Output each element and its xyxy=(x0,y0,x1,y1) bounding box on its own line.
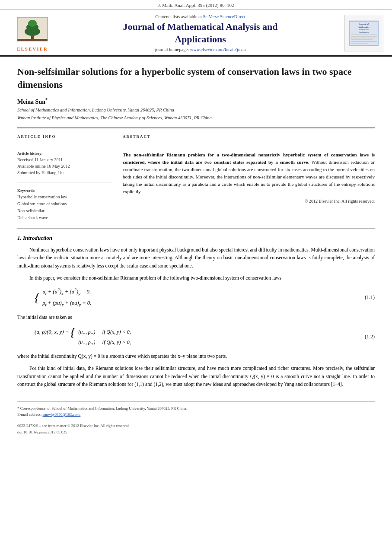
svg-rect-18 xyxy=(351,43,368,44)
eq2-number: (1.2) xyxy=(349,334,375,340)
svg-rect-16 xyxy=(351,39,373,40)
article-info-col: ARTICLE INFO Article history: Received 1… xyxy=(17,134,112,221)
affiliation-1: School of Mathematics and Information, L… xyxy=(17,107,375,114)
eq2-cases: (u−, ρ−) if Q(x, y) < 0, (u+, ρ+) if Q(x… xyxy=(78,328,131,348)
eq1-brace-icon: { xyxy=(35,291,39,304)
available-date: Available online 16 May 2012 xyxy=(17,163,112,169)
eq2-content: (u, ρ)(0, x, y) = { (u−, ρ−) if Q(x, y) … xyxy=(35,325,349,348)
equation-1-2: (u, ρ)(0, x, y) = { (u−, ρ−) if Q(x, y) … xyxy=(35,325,375,348)
abstract-divider xyxy=(123,145,375,145)
eq2-case2-cond: if Q(x, y) > 0, xyxy=(102,338,131,348)
section-divider xyxy=(17,228,375,229)
svg-rect-17 xyxy=(351,41,377,42)
journal-cover-icon: Journal of Mathematics Analysis and Appl… xyxy=(349,20,379,46)
svg-point-4 xyxy=(28,20,37,27)
info-divider-2 xyxy=(17,182,112,182)
journal-thumbnail: Journal of Mathematics Analysis and Appl… xyxy=(344,15,383,51)
footnote-email-label: E-mail address: xyxy=(17,412,41,417)
section1-heading: 1. Introduction xyxy=(17,235,375,242)
svg-rect-5 xyxy=(17,39,48,41)
homepage-link[interactable]: www.elsevier.com/locate/jmaa xyxy=(190,47,246,52)
abstract-col: ABSTRACT The non-selfsimilar Riemann pro… xyxy=(123,134,375,221)
eq1-number: (1.1) xyxy=(349,294,375,301)
intro-para5: For this kind of initial data, the Riema… xyxy=(17,364,375,388)
info-divider xyxy=(17,145,112,145)
footer-bottom: 0022-247X/$ – see front matter © 2012 El… xyxy=(17,423,375,435)
elsevier-tree-icon xyxy=(15,15,50,45)
history-label: Article history: xyxy=(17,151,112,156)
author-name: Meina Sun* xyxy=(17,97,375,105)
svg-text:Journal of: Journal of xyxy=(359,23,369,25)
journal-header: ELSEVIER Contents lists available at Sci… xyxy=(0,10,392,57)
footer-doi: doi:10.1016/j.jmaa.2012.05.025 xyxy=(17,429,375,435)
submitted-by: Submitted by Hailiang Liu xyxy=(17,169,112,176)
intro-para4: where the initial discontinuity Q(x, y) … xyxy=(17,352,375,360)
equation-1-1: { ut + (u2)x + (u2)y = 0, ρt + (ρu)x + (… xyxy=(35,286,375,309)
abstract-label: ABSTRACT xyxy=(123,134,375,139)
intro-para2: In this paper, we consider the non-selfs… xyxy=(17,274,375,282)
intro-para1: Nonlinear hyperbolic conservation laws h… xyxy=(17,246,375,270)
keywords-label: Keywords: xyxy=(17,188,112,193)
eq2-case1: (u−, ρ−) if Q(x, y) < 0, xyxy=(78,328,131,338)
svg-text:Analysis and: Analysis and xyxy=(359,29,369,31)
keyword-1: Hyperbolic conservation law xyxy=(17,194,112,201)
footer-issn: 0022-247X/$ – see front matter © 2012 El… xyxy=(17,423,375,429)
eq1-lines: ut + (u2)x + (u2)y = 0, ρt + (ρu)x + (ρu… xyxy=(42,286,91,309)
eq2-brace-icon: { xyxy=(70,325,75,339)
intro-para3: The initial data are taken as xyxy=(17,313,375,321)
journal-title-center: Contents lists available at SciVerse Sci… xyxy=(56,14,344,52)
eq2-left: (u, ρ)(0, x, y) = xyxy=(35,328,70,335)
footer-area: * Correspondence to: School of Mathemati… xyxy=(17,401,375,436)
elsevier-logo: ELSEVIER xyxy=(9,15,56,51)
sciverse-link-text[interactable]: SciVerse ScienceDirect xyxy=(203,14,245,19)
article-info-label: ARTICLE INFO xyxy=(17,134,112,139)
keyword-4: Delta shock wave xyxy=(17,214,112,221)
footnote-star: * Correspondence to: School of Mathemati… xyxy=(17,405,375,418)
eq2-case1-val: (u−, ρ−) xyxy=(78,328,95,338)
journal-name: Journal of Mathematical Analysis andAppl… xyxy=(61,21,340,45)
eq1-content: { ut + (u2)x + (u2)y = 0, ρt + (ρu)x + (… xyxy=(35,286,349,309)
eq2-case1-cond: if Q(x, y) < 0, xyxy=(102,328,131,338)
svg-rect-15 xyxy=(351,38,375,38)
svg-text:Mathematics: Mathematics xyxy=(359,26,370,28)
abstract-text: The non-selfsimilar Riemann problem for … xyxy=(123,151,375,195)
sciverse-link: Contents lists available at SciVerse Sci… xyxy=(61,14,340,19)
main-content: Non-selfsimilar solutions for a hyperbol… xyxy=(0,57,392,444)
copyright-text: © 2012 Elsevier Inc. All rights reserved… xyxy=(123,199,375,204)
received-date: Received 11 January 2011 xyxy=(17,156,112,163)
svg-rect-14 xyxy=(351,36,377,37)
affiliation-2: Wuhan Institute of Physics and Mathemati… xyxy=(17,115,375,121)
info-abstract-section: ARTICLE INFO Article history: Received 1… xyxy=(17,134,375,221)
eq2-case2: (u+, ρ+) if Q(x, y) > 0, xyxy=(78,338,131,348)
keyword-2: Global structure of solutions xyxy=(17,201,112,207)
journal-ref-text: J. Math. Anal. Appl. 395 (2012) 86–102 xyxy=(158,3,234,8)
keyword-3: Non-selfsimilar xyxy=(17,207,112,214)
elsevier-label-text: ELSEVIER xyxy=(17,46,48,51)
header-divider xyxy=(17,127,375,128)
journal-homepage: journal homepage: www.elsevier.com/locat… xyxy=(61,47,340,52)
author-star: * xyxy=(45,97,48,102)
journal-ref-bar: J. Math. Anal. Appl. 395 (2012) 86–102 xyxy=(0,0,392,10)
eq1-system: ut + (u2)x + (u2)y = 0, ρt + (ρu)x + (ρu… xyxy=(42,286,91,309)
article-title: Non-selfsimilar solutions for a hyperbol… xyxy=(17,65,375,91)
eq1-line1: ut + (u2)x + (u2)y = 0, xyxy=(42,286,91,298)
svg-text:Applications: Applications xyxy=(359,31,369,33)
footnote-email-link[interactable]: sunwhy0350@163.com. xyxy=(42,412,80,417)
eq2-case2-val: (u+, ρ+) xyxy=(78,338,95,348)
eq1-line2: ρt + (ρu)x + (ρu)y = 0. xyxy=(42,298,91,309)
